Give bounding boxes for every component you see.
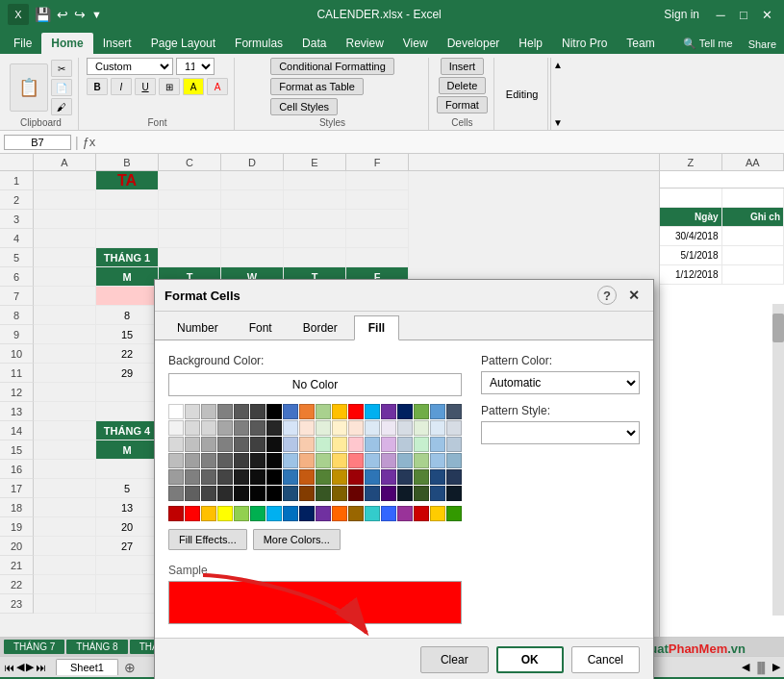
cell-b1[interactable]: TA <box>96 171 159 190</box>
cell-b18[interactable]: 13 <box>96 498 159 517</box>
shade-4-6[interactable] <box>250 469 266 485</box>
shade-5-13[interactable] <box>365 486 380 501</box>
shade-4-3[interactable] <box>201 469 216 485</box>
tab-review[interactable]: Review <box>336 33 392 54</box>
shade-3-1[interactable] <box>168 453 184 468</box>
shade-1-4[interactable] <box>217 420 233 436</box>
shade-3-7[interactable] <box>266 453 282 468</box>
cell-f5[interactable] <box>346 248 409 267</box>
shade-2-1[interactable] <box>168 437 184 452</box>
shade-2-17[interactable] <box>430 437 445 452</box>
cell-b7[interactable] <box>96 287 159 306</box>
cell-b6[interactable]: M <box>96 267 159 287</box>
tab-team[interactable]: Team <box>617 33 664 54</box>
month-tab-8[interactable]: THÁNG 8 <box>66 640 127 654</box>
format-painter-btn[interactable]: 🖌 <box>51 98 72 115</box>
no-color-btn[interactable]: No Color <box>168 373 462 396</box>
accent-3[interactable] <box>201 506 216 521</box>
swatch-7[interactable] <box>266 404 282 419</box>
tab-insert[interactable]: Insert <box>93 33 141 54</box>
shade-2-7[interactable] <box>266 437 282 452</box>
cancel-btn[interactable]: Cancel <box>571 646 640 673</box>
shade-2-12[interactable] <box>348 437 364 452</box>
shade-4-7[interactable] <box>266 469 282 485</box>
next-sheet-btn[interactable]: ▶ <box>26 661 34 673</box>
shade-1-11[interactable] <box>332 420 347 436</box>
prev-sheet-btn[interactable]: ◀ <box>16 661 24 673</box>
conditional-formatting-btn[interactable]: Conditional Formatting <box>270 58 394 75</box>
shade-5-11[interactable] <box>332 486 347 501</box>
cell-b17[interactable]: 5 <box>96 479 159 498</box>
cell-a8[interactable] <box>34 306 96 325</box>
accent-17[interactable] <box>430 506 445 521</box>
swatch-18[interactable] <box>446 404 462 419</box>
tab-page-layout[interactable]: Page Layout <box>141 33 225 54</box>
swatch-10[interactable] <box>316 404 331 419</box>
last-sheet-btn[interactable]: ⏭ <box>36 662 46 673</box>
dialog-tab-number[interactable]: Number <box>163 315 233 340</box>
accent-16[interactable] <box>414 506 429 521</box>
shade-4-15[interactable] <box>397 469 413 485</box>
cell-b9[interactable]: 15 <box>96 325 159 344</box>
shade-4-17[interactable] <box>430 469 445 485</box>
swatch-15[interactable] <box>397 404 413 419</box>
swatch-4[interactable] <box>217 404 233 419</box>
accent-12[interactable] <box>348 506 364 521</box>
redo-btn[interactable]: ↪ <box>74 7 86 22</box>
function-btn[interactable]: ƒx <box>83 135 96 149</box>
shade-5-14[interactable] <box>381 486 396 501</box>
accent-7[interactable] <box>266 506 282 521</box>
more-colors-btn[interactable]: More Colors... <box>253 529 341 550</box>
cell-a7[interactable] <box>34 287 96 306</box>
cell-a9[interactable] <box>34 325 96 344</box>
swatch-11[interactable] <box>332 404 347 419</box>
shade-3-10[interactable] <box>316 453 331 468</box>
cell-a1[interactable] <box>34 171 96 190</box>
scroll-right-btn[interactable]: ▶ <box>772 661 780 673</box>
shade-1-6[interactable] <box>250 420 266 436</box>
pattern-color-select[interactable]: Automatic <box>481 371 640 394</box>
tell-me-btn[interactable]: 🔍 Tell me <box>675 34 741 54</box>
fill-effects-btn[interactable]: Fill Effects... <box>168 529 247 550</box>
cell-d3[interactable] <box>221 210 284 229</box>
shade-1-13[interactable] <box>365 420 380 436</box>
customize-btn[interactable]: ▼ <box>91 9 102 20</box>
accent-11[interactable] <box>332 506 347 521</box>
shade-2-15[interactable] <box>397 437 413 452</box>
cell-c3[interactable] <box>159 210 221 229</box>
tab-developer[interactable]: Developer <box>438 33 510 54</box>
shade-4-8[interactable] <box>283 469 298 485</box>
shade-5-3[interactable] <box>201 486 216 501</box>
swatch-13[interactable] <box>365 404 380 419</box>
shade-4-11[interactable] <box>332 469 347 485</box>
cell-a22[interactable] <box>34 575 96 594</box>
copy-btn[interactable]: 📄 <box>51 79 72 96</box>
dialog-tab-fill[interactable]: Fill <box>354 315 399 340</box>
cell-a18[interactable] <box>34 498 96 517</box>
cell-a3[interactable] <box>34 210 96 229</box>
ribbon-scrollbar[interactable]: ▲ ▼ <box>550 58 564 130</box>
shade-3-4[interactable] <box>217 453 233 468</box>
cell-d1[interactable] <box>221 171 284 190</box>
cell-b21[interactable] <box>96 556 159 575</box>
minimize-btn[interactable]: ─ <box>711 5 730 24</box>
shade-2-5[interactable] <box>234 437 249 452</box>
shade-1-12[interactable] <box>348 420 364 436</box>
shade-3-8[interactable] <box>283 453 298 468</box>
shade-5-2[interactable] <box>185 486 200 501</box>
shade-4-10[interactable] <box>316 469 331 485</box>
shade-4-14[interactable] <box>381 469 396 485</box>
swatch-12[interactable] <box>348 404 364 419</box>
font-name-select[interactable]: Custom <box>87 58 173 75</box>
shade-1-7[interactable] <box>266 420 282 436</box>
shade-3-9[interactable] <box>299 453 315 468</box>
tab-formulas[interactable]: Formulas <box>225 33 292 54</box>
month-tab-7[interactable]: THÁNG 7 <box>4 640 64 654</box>
accent-6[interactable] <box>250 506 266 521</box>
swatch-5[interactable] <box>234 404 249 419</box>
shade-2-11[interactable] <box>332 437 347 452</box>
name-box[interactable] <box>4 135 71 150</box>
fill-color-btn[interactable]: A <box>183 78 204 95</box>
shade-2-14[interactable] <box>381 437 396 452</box>
paste-btn[interactable]: 📋 <box>10 63 48 112</box>
